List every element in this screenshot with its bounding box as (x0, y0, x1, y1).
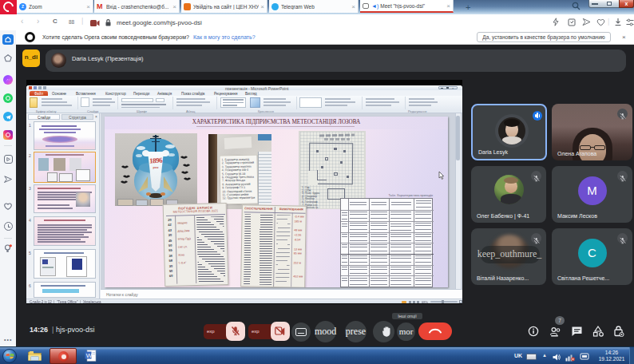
svg-text:W: W (86, 352, 93, 359)
